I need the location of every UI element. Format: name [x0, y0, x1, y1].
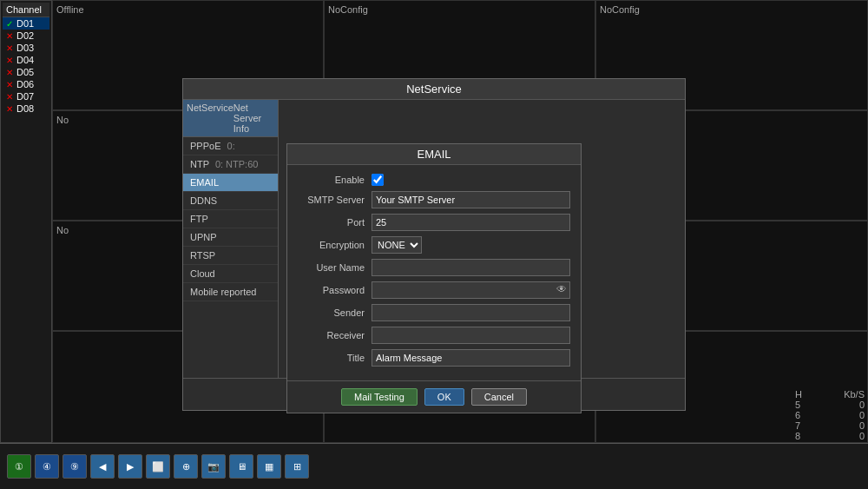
- email-password-input[interactable]: [372, 281, 570, 299]
- channel-item-d04[interactable]: ✕ D04: [3, 54, 49, 66]
- taskbar-btn-monitor[interactable]: 🖥: [229, 454, 253, 479]
- channel-item-d05[interactable]: ✕ D05: [3, 66, 49, 78]
- channel-label-d08: D08: [16, 103, 34, 114]
- netservice-nav-header: NetService Net Server Info: [183, 100, 278, 137]
- email-enable-label: Enable: [298, 175, 372, 185]
- email-enable-checkbox[interactable]: [372, 174, 384, 186]
- channel-status-icon-d03: ✕: [6, 43, 15, 52]
- channel-header: Channel: [3, 3, 49, 17]
- email-encryption-select[interactable]: NONE SSL TLS: [372, 236, 422, 254]
- nav-item-email[interactable]: EMAIL: [183, 174, 278, 192]
- email-port-row: Port: [298, 214, 570, 231]
- email-encryption-row: Encryption NONE SSL TLS: [298, 236, 570, 254]
- taskbar: ① ④ ⑨ ◀ ▶ ⬜ ⊕ 📷 🖥 ▦ ⊞: [0, 443, 868, 489]
- kbs-row-2-val: 0: [859, 410, 865, 420]
- email-sender-row: Sender: [298, 304, 570, 321]
- email-encryption-label: Encryption: [298, 240, 372, 250]
- kbs-row-3-h: 7: [795, 420, 800, 431]
- channel-item-d08[interactable]: ✕ D08: [3, 102, 49, 115]
- mail-testing-button[interactable]: Mail Testing: [341, 388, 418, 406]
- channel-label-d02: D02: [16, 30, 34, 41]
- taskbar-btn-back[interactable]: ◀: [90, 454, 115, 479]
- email-sender-input[interactable]: [372, 304, 570, 321]
- netservice-titlebar: NetService: [183, 79, 685, 100]
- channel-item-d07[interactable]: ✕ D07: [3, 90, 49, 102]
- cell-2-label: NoConfig: [328, 4, 368, 15]
- channel-status-icon-d06: ✕: [6, 80, 15, 89]
- taskbar-btn-snapshot[interactable]: 📷: [201, 454, 226, 479]
- kbs-row-3-val: 0: [859, 420, 865, 431]
- email-titlebar: EMAIL: [287, 144, 581, 165]
- email-dialog: EMAIL Enable SMTP Server Port Encryption…: [286, 143, 582, 413]
- nav-item-ntp[interactable]: NTP 0: NTP:60: [183, 155, 278, 174]
- nav-item-upnp[interactable]: UPNP: [183, 228, 278, 247]
- email-enable-row: Enable: [298, 174, 570, 186]
- nav-item-rtsp[interactable]: RTSP: [183, 247, 278, 265]
- kbs-row-1-val: 0: [859, 400, 865, 410]
- email-smtp-label: SMTP Server: [298, 195, 372, 205]
- email-body: Enable SMTP Server Port Encryption NONE …: [287, 165, 581, 380]
- email-sender-label: Sender: [298, 307, 372, 318]
- email-title-label: Title: [298, 353, 372, 363]
- cell-4-label: No: [56, 115, 69, 125]
- email-username-row: User Name: [298, 259, 570, 276]
- email-smtp-row: SMTP Server: [298, 191, 570, 208]
- email-receiver-row: Receiver: [298, 327, 570, 344]
- email-username-label: User Name: [298, 262, 372, 273]
- nav-item-mobile[interactable]: Mobile reported: [183, 283, 278, 301]
- channel-item-d02[interactable]: ✕ D02: [3, 30, 49, 42]
- channel-label-d04: D04: [16, 55, 34, 65]
- channel-item-d01[interactable]: ✓ D01: [3, 17, 49, 30]
- email-password-row: Password 👁: [298, 281, 570, 299]
- email-receiver-label: Receiver: [298, 330, 372, 340]
- taskbar-btn-split[interactable]: ⊞: [285, 454, 309, 479]
- email-cancel-button[interactable]: Cancel: [471, 388, 527, 406]
- cell-1-label: Offline: [56, 4, 84, 15]
- eye-icon[interactable]: 👁: [556, 283, 567, 295]
- taskbar-btn-4[interactable]: ④: [35, 454, 59, 479]
- taskbar-btn-grid[interactable]: ▦: [257, 454, 281, 479]
- email-port-label: Port: [298, 217, 372, 228]
- taskbar-btn-1[interactable]: ①: [7, 454, 31, 479]
- channel-label-d07: D07: [16, 91, 34, 102]
- email-username-input[interactable]: [372, 259, 570, 276]
- netservice-nav: NetService Net Server Info PPPoE 0: NTP …: [183, 100, 279, 378]
- kbs-header-h: H: [795, 389, 802, 400]
- channel-status-icon-d07: ✕: [6, 92, 15, 101]
- nav-item-cloud[interactable]: Cloud: [183, 265, 278, 283]
- channel-sidebar: Channel ✓ D01 ✕ D02 ✕ D03 ✕ D04 ✕ D05 ✕ …: [0, 0, 52, 443]
- email-password-label: Password: [298, 285, 372, 295]
- nav-item-pppoe[interactable]: PPPoE 0:: [183, 137, 278, 155]
- taskbar-btn-forward[interactable]: ▶: [118, 454, 142, 479]
- channel-label-d03: D03: [16, 43, 34, 53]
- taskbar-btn-9[interactable]: ⑨: [62, 454, 87, 479]
- cell-7-label: No: [56, 225, 69, 235]
- nav-item-ftp[interactable]: FTP: [183, 210, 278, 228]
- channel-label-d06: D06: [16, 79, 34, 89]
- channel-status-icon-d08: ✕: [6, 104, 15, 113]
- kbs-row-4-h: 8: [795, 431, 800, 441]
- nav-item-ddns[interactable]: DDNS: [183, 192, 278, 210]
- email-smtp-input[interactable]: [372, 191, 570, 208]
- email-title-input[interactable]: [372, 349, 570, 367]
- taskbar-btn-fullscreen[interactable]: ⬜: [146, 454, 170, 479]
- nav-header-col1: NetService: [187, 102, 233, 134]
- email-receiver-input[interactable]: [372, 327, 570, 344]
- channel-label-d01: D01: [16, 18, 34, 29]
- kbs-header-kbs: Kb/S: [844, 389, 865, 400]
- channel-status-icon-d05: ✕: [6, 68, 15, 76]
- kbs-row-1-h: 5: [795, 400, 800, 410]
- kbs-row-4-val: 0: [859, 431, 865, 441]
- kbs-row-2-h: 6: [795, 410, 800, 420]
- channel-status-icon-d01: ✓: [6, 19, 15, 28]
- email-ok-button[interactable]: OK: [424, 388, 464, 406]
- channel-label-d05: D05: [16, 67, 34, 77]
- channel-item-d03[interactable]: ✕ D03: [3, 42, 49, 54]
- taskbar-btn-zoom[interactable]: ⊕: [174, 454, 198, 479]
- email-port-input[interactable]: [372, 214, 570, 231]
- cell-3-label: NoConfig: [600, 4, 640, 15]
- nav-header-col2: Net Server Info: [233, 102, 274, 134]
- channel-status-icon-d02: ✕: [6, 31, 15, 40]
- email-title-row: Title: [298, 349, 570, 367]
- channel-item-d06[interactable]: ✕ D06: [3, 78, 49, 90]
